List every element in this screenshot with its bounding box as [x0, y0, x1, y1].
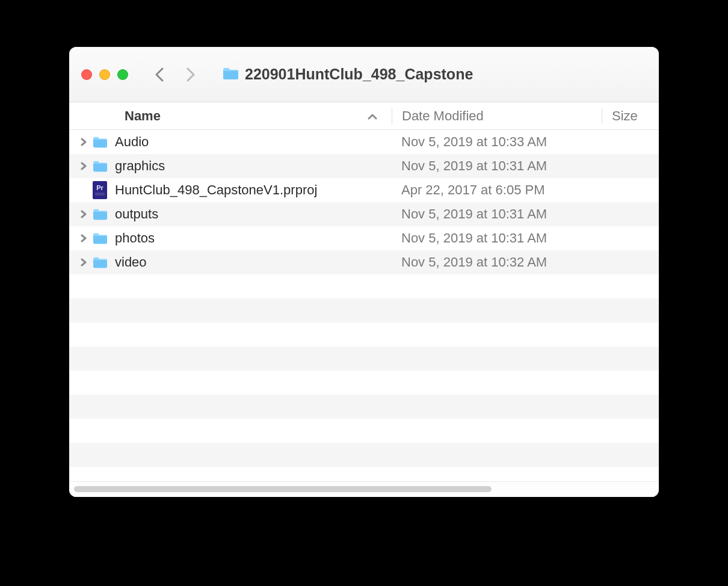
empty-row: [69, 395, 659, 419]
file-row[interactable]: graphicsNov 5, 2019 at 10:31 AM: [69, 154, 659, 178]
file-date-modified: Nov 5, 2019 at 10:31 AM: [392, 206, 601, 222]
file-name: HuntClub_498_CapstoneV1.prproj: [111, 182, 392, 198]
file-date-modified: Nov 5, 2019 at 10:33 AM: [392, 134, 601, 150]
columns-header: Name Date Modified Size: [69, 102, 659, 130]
traffic-lights: [81, 69, 128, 80]
column-header-date[interactable]: Date Modified: [392, 108, 602, 124]
empty-row: [69, 347, 659, 371]
disclosure-triangle[interactable]: [69, 138, 88, 146]
title-folder[interactable]: 220901HuntClub_498_Capstone: [222, 66, 473, 83]
file-name: Audio: [111, 134, 392, 150]
bottom-bar: [69, 481, 659, 497]
disclosure-triangle[interactable]: [69, 234, 88, 242]
finder-window: 220901HuntClub_498_Capstone Name Date Mo…: [69, 47, 659, 497]
folder-icon: [222, 66, 239, 83]
scrollbar-thumb[interactable]: [74, 486, 492, 492]
empty-row: [69, 371, 659, 395]
folder-icon: [88, 208, 111, 221]
minimize-button[interactable]: [99, 69, 110, 80]
file-row[interactable]: AudioNov 5, 2019 at 10:33 AM: [69, 130, 659, 154]
back-button[interactable]: [150, 64, 169, 85]
file-row[interactable]: photosNov 5, 2019 at 10:31 AM: [69, 226, 659, 250]
folder-icon: [88, 135, 111, 149]
empty-row: [69, 298, 659, 322]
disclosure-triangle[interactable]: [69, 258, 88, 267]
file-list: AudioNov 5, 2019 at 10:33 AM graphicsNov…: [69, 130, 659, 481]
forward-button[interactable]: [181, 64, 200, 85]
file-name: graphics: [111, 158, 392, 174]
titlebar: 220901HuntClub_498_Capstone: [69, 47, 659, 102]
nav-arrows: [150, 64, 200, 85]
folder-icon: [88, 232, 111, 245]
disclosure-triangle[interactable]: [69, 162, 88, 170]
column-header-name[interactable]: Name: [69, 108, 392, 124]
empty-row: [69, 274, 659, 298]
file-name: video: [111, 254, 392, 270]
empty-row: [69, 322, 659, 347]
sort-ascending-icon: [368, 108, 377, 124]
file-name: outputs: [111, 206, 392, 222]
window-title: 220901HuntClub_498_Capstone: [245, 66, 473, 83]
file-date-modified: Nov 5, 2019 at 10:31 AM: [392, 158, 601, 174]
column-header-size-label: Size: [612, 108, 638, 123]
file-date-modified: Nov 5, 2019 at 10:32 AM: [392, 254, 601, 270]
column-header-size[interactable]: Size: [602, 108, 638, 124]
file-name: photos: [111, 230, 392, 246]
file-row[interactable]: HuntClub_498_CapstoneV1.prprojApr 22, 20…: [69, 178, 659, 202]
folder-icon: [88, 159, 111, 173]
disclosure-triangle[interactable]: [69, 210, 88, 218]
column-header-name-label: Name: [125, 108, 161, 124]
file-date-modified: Apr 22, 2017 at 6:05 PM: [392, 182, 601, 198]
file-date-modified: Nov 5, 2019 at 10:31 AM: [392, 230, 601, 246]
premiere-project-icon: [88, 181, 111, 199]
column-header-date-label: Date Modified: [402, 108, 484, 123]
empty-row: [69, 443, 659, 467]
folder-icon: [88, 256, 111, 269]
empty-row: [69, 419, 659, 443]
maximize-button[interactable]: [117, 69, 128, 80]
horizontal-scrollbar[interactable]: [74, 486, 654, 492]
file-row[interactable]: outputsNov 5, 2019 at 10:31 AM: [69, 202, 659, 226]
close-button[interactable]: [81, 69, 92, 80]
file-row[interactable]: videoNov 5, 2019 at 10:32 AM: [69, 250, 659, 274]
